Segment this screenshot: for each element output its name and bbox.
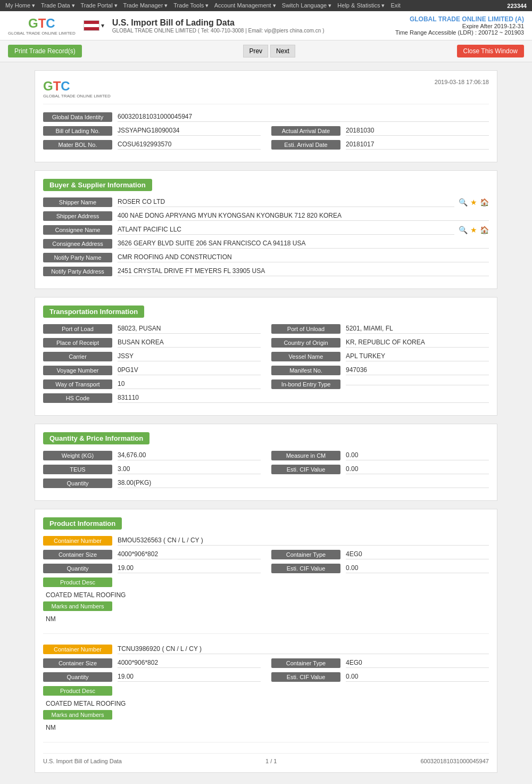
- product-desc-value-1: COATED METAL ROOFING: [46, 591, 489, 599]
- document-card: GTC GLOBAL TRADE ONLINE LIMITED 2019-03-…: [35, 70, 497, 162]
- teus-label: TEUS: [43, 465, 112, 474]
- prev-button-top[interactable]: Prev: [243, 45, 268, 57]
- doc-footer: U.S. Import Bill of Lading Data 1 / 1 60…: [43, 753, 489, 764]
- notify-party-address-value: 2451 CRYSTAL DRIVE FT MEYERS FL 33905 US…: [118, 267, 489, 276]
- shipper-address-row: Shipper Address 400 NAE DONG APRYANG MYU…: [43, 211, 489, 221]
- company-link[interactable]: GLOBAL TRADE ONLINE LIMITED (A): [395, 15, 524, 23]
- esti-cif-label-2: Esti. CIF Value: [271, 672, 340, 682]
- doc-footer-center: 1 / 1: [265, 758, 277, 764]
- marks-label-row-2: Marks and Numbers: [43, 710, 489, 720]
- us-flag: [84, 20, 99, 31]
- global-data-identity-row: Global Data Identity 6003201810310000459…: [43, 112, 489, 122]
- nav-tradedata[interactable]: Trade Data ▾: [41, 2, 75, 9]
- esti-cif-col-1: Esti. CIF Value 0.00: [271, 564, 489, 573]
- container-number-value-1: BMOU5326563 ( CN / L / CY ): [118, 537, 489, 546]
- place-receipt-country-row: Place of Receipt BUSAN KOREA Country of …: [43, 338, 489, 348]
- esti-cif-label-1: Esti. CIF Value: [271, 564, 340, 573]
- doc-date: 2019-03-18 17:06:18: [435, 79, 489, 85]
- marks-value-1: NM: [46, 615, 489, 623]
- print-button-top[interactable]: Print Trade Record(s): [8, 45, 82, 57]
- hs-code-row: HS Code 831110: [43, 393, 489, 403]
- port-unload-label: Port of Unload: [271, 324, 340, 334]
- voyage-col: Voyage Number 0PG1V: [43, 366, 261, 375]
- nav-accountmanagement[interactable]: Account Management ▾: [214, 2, 276, 9]
- nav-exit[interactable]: Exit: [391, 2, 401, 9]
- quantity-value-1: 19.00: [118, 564, 261, 573]
- bol-arrival-row: Bill of Lading No. JSSYAPNG18090034 Actu…: [43, 126, 489, 136]
- quantity-col-2: Quantity 19.00: [43, 672, 261, 682]
- nav-switchlanguage[interactable]: Switch Language ▾: [282, 2, 331, 9]
- container-size-type-row-1: Container Size 4000*906*802 Container Ty…: [43, 550, 489, 559]
- top-navigation: My Home ▾ Trade Data ▾ Trade Portal ▾ Tr…: [0, 0, 532, 11]
- container-size-col-2: Container Size 4000*906*802: [43, 658, 261, 668]
- carrier-vessel-row: Carrier JSSY Vessel Name APL TURKEY: [43, 352, 489, 361]
- chevron-down-icon[interactable]: ▾: [101, 22, 104, 29]
- actual-arrival-col: Actual Arrival Date 20181030: [271, 126, 489, 136]
- consignee-star-icon[interactable]: ★: [470, 226, 477, 234]
- nav-helpstatistics[interactable]: Help & Statistics ▾: [337, 2, 385, 9]
- nav-links[interactable]: My Home ▾ Trade Data ▾ Trade Portal ▾ Tr…: [5, 2, 405, 9]
- weight-measure-row: Weight (KG) 34,676.00 Measure in CM 0.00: [43, 451, 489, 460]
- bol-no-col: Bill of Lading No. JSSYAPNG18090034: [43, 126, 261, 136]
- port-load-value: 58023, PUSAN: [118, 325, 261, 334]
- consignee-home-icon[interactable]: 🏠: [480, 226, 489, 234]
- weight-label: Weight (KG): [43, 451, 112, 460]
- container-type-col-1: Container Type 4EG0: [271, 550, 489, 559]
- way-transport-label: Way of Transport: [43, 379, 112, 389]
- next-button-top[interactable]: Next: [270, 45, 295, 57]
- buyer-supplier-section: Buyer & Supplier Information Shipper Nam…: [35, 170, 497, 289]
- home-icon[interactable]: 🏠: [480, 198, 489, 207]
- nav-tradeportal[interactable]: Trade Portal ▾: [81, 2, 118, 9]
- product-desc-label-row-2: Product Desc: [43, 686, 489, 696]
- container-size-type-row-2: Container Size 4000*906*802 Container Ty…: [43, 658, 489, 668]
- nav-myhome[interactable]: My Home ▾: [5, 2, 35, 9]
- container-size-label-1: Container Size: [43, 550, 112, 559]
- inbond-entry-value: [346, 384, 489, 385]
- vessel-name-col: Vessel Name APL TURKEY: [271, 352, 489, 361]
- flag-container: ▾: [84, 20, 104, 31]
- product-info-section: Product Information Container Number BMO…: [35, 509, 497, 773]
- esti-cif-value-2: 0.00: [346, 673, 489, 682]
- consignee-search-icon[interactable]: 🔍: [459, 226, 468, 234]
- container-size-col-1: Container Size 4000*906*802: [43, 550, 261, 559]
- notify-party-name-value: CMR ROOFING AND CONSTRUCTION: [118, 253, 489, 262]
- container-size-value-2: 4000*906*802: [118, 659, 261, 668]
- voyage-label: Voyage Number: [43, 366, 112, 375]
- page-header: GTC GLOBAL TRADE ONLINE LIMITED ▾ U.S. I…: [0, 11, 532, 40]
- weight-value: 34,676.00: [118, 451, 261, 460]
- manifest-col: Manifest No. 947036: [271, 366, 489, 375]
- quantity-cif-row-2: Quantity 19.00 Esti. CIF Value 0.00: [43, 672, 489, 682]
- hs-code-label: HS Code: [43, 393, 112, 403]
- container-block-2: Container Number TCNU3986920 ( CN / L / …: [43, 645, 489, 742]
- nav-trademanager[interactable]: Trade Manager ▾: [123, 2, 168, 9]
- page-subtitle: GLOBAL TRADE ONLINE LIMITED ( Tel: 400-7…: [112, 28, 325, 34]
- esti-arrival-label: Esti. Arrival Date: [271, 140, 340, 150]
- place-receipt-label: Place of Receipt: [43, 338, 112, 348]
- transportation-header: Transportation Information: [43, 306, 144, 318]
- logo-subtitle: GLOBAL TRADE ONLINE LIMITED: [8, 31, 76, 36]
- star-icon[interactable]: ★: [470, 198, 477, 207]
- action-bar-top: Print Trade Record(s) Prev Next Close Th…: [0, 40, 532, 62]
- doc-logo-text: GTC: [43, 79, 111, 94]
- manifest-value: 947036: [346, 366, 489, 375]
- teus-col: TEUS 3.00: [43, 465, 261, 474]
- carrier-label: Carrier: [43, 352, 112, 361]
- shipper-address-label: Shipper Address: [43, 211, 112, 221]
- voyage-manifest-row: Voyage Number 0PG1V Manifest No. 947036: [43, 366, 489, 375]
- way-transport-col: Way of Transport 10: [43, 379, 261, 389]
- way-transport-inbond-row: Way of Transport 10 In-bond Entry Type: [43, 379, 489, 389]
- search-icon[interactable]: 🔍: [459, 198, 468, 207]
- container-type-label-1: Container Type: [271, 550, 340, 559]
- marks-label-row-1: Marks and Numbers: [43, 601, 489, 611]
- logo: GTC GLOBAL TRADE ONLINE LIMITED: [8, 16, 76, 36]
- esti-cif-col-2: Esti. CIF Value 0.00: [271, 672, 489, 682]
- quantity-price-header: Quantity & Price Information: [43, 432, 149, 444]
- country-origin-col: Country of Origin KR, REPUBLIC OF KOREA: [271, 338, 489, 348]
- close-button-top[interactable]: Close This Window: [457, 45, 524, 57]
- quantity-value-2: 19.00: [118, 673, 261, 682]
- shipper-name-row: Shipper Name ROSER CO LTD 🔍 ★ 🏠: [43, 197, 489, 207]
- way-transport-value: 10: [118, 380, 261, 389]
- mater-bol-col: Mater BOL No. COSU6192993570: [43, 140, 261, 150]
- quantity-label-2: Quantity: [43, 672, 112, 682]
- nav-tradetools[interactable]: Trade Tools ▾: [173, 2, 209, 9]
